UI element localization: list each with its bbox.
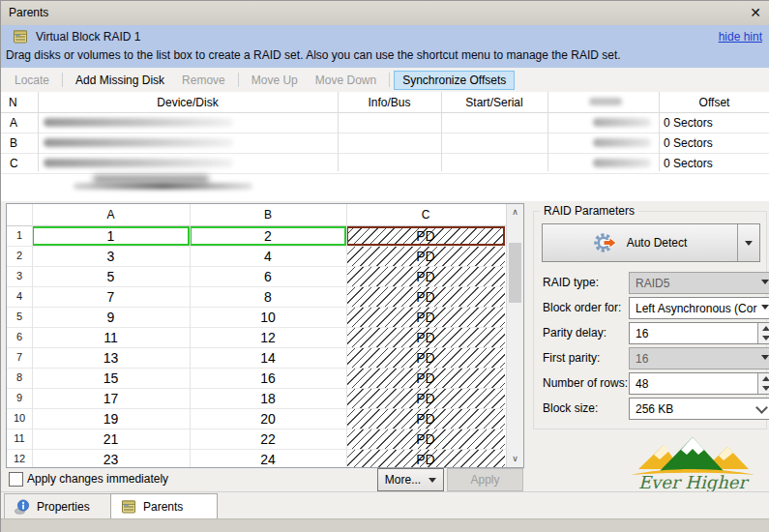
device-row-B[interactable]: B0 Sectors xyxy=(1,133,769,154)
grid-cell[interactable]: 21 xyxy=(32,429,190,449)
grid-cell-value: PD xyxy=(416,330,434,345)
grid-cell[interactable]: PD xyxy=(346,267,505,286)
grid-cell[interactable]: PD xyxy=(346,450,505,468)
grid-row-number: 10 xyxy=(7,412,32,424)
dropdown-arrow-icon[interactable] xyxy=(761,305,769,310)
spin-down-icon[interactable] xyxy=(762,336,769,340)
grid-cell[interactable]: 15 xyxy=(32,369,190,388)
raid-volume-icon xyxy=(13,29,28,44)
grid-cell[interactable]: 12 xyxy=(190,328,346,347)
device-table: N Device/Disk Info/Bus Start/Serial Offs… xyxy=(1,92,769,201)
grid-scrollbar[interactable]: ∧ ∨ xyxy=(506,204,523,467)
grid-row-11: 112122PD xyxy=(7,429,523,450)
spinner-buttons[interactable] xyxy=(757,323,769,343)
grid-cell-value: 9 xyxy=(107,310,115,325)
grid-cell[interactable]: 13 xyxy=(32,348,190,368)
column-divider xyxy=(441,92,442,171)
grid-cell[interactable]: 9 xyxy=(32,308,190,327)
grid-cell-value: 21 xyxy=(104,431,119,447)
spin-down-icon[interactable] xyxy=(762,386,769,391)
scroll-down-icon[interactable]: ∨ xyxy=(507,451,523,467)
grid-cell[interactable]: 5 xyxy=(32,267,190,286)
grid-cell[interactable]: PD xyxy=(346,247,505,266)
grid-cell[interactable]: 22 xyxy=(190,429,346,449)
spinner-buttons[interactable] xyxy=(757,373,769,394)
field-control: 16 xyxy=(629,347,769,369)
grid-cell[interactable]: 6 xyxy=(190,267,346,286)
col-header-device-disk: Device/Disk xyxy=(38,96,338,109)
grid-cell[interactable]: 10 xyxy=(190,308,346,327)
col-header-start-serial: Start/Serial xyxy=(441,96,547,109)
tab-parents[interactable]: Parents xyxy=(110,493,218,520)
grid-divider xyxy=(32,204,33,467)
raid-parameters-group: RAID Parameters Auto Detect RAID type:RA… xyxy=(533,211,767,429)
grid-cell[interactable]: 18 xyxy=(190,389,346,408)
grid-cell[interactable]: PD xyxy=(346,429,505,449)
apply-immediately-label: Apply changes immediately xyxy=(27,472,168,486)
grid-cell[interactable]: 17 xyxy=(32,389,190,408)
grid-cell[interactable]: PD xyxy=(346,308,505,327)
apply-button: Apply xyxy=(447,468,523,491)
toolbar-button-remove: Remove xyxy=(173,71,234,90)
chevron-down-icon xyxy=(429,478,436,483)
grid-cell-value: PD xyxy=(416,370,434,386)
device-table-header: N Device/Disk Info/Bus Start/Serial Offs… xyxy=(1,92,769,113)
grid-cell[interactable]: 11 xyxy=(32,328,190,347)
toolbar-button-add-missing-disk[interactable]: Add Missing Disk xyxy=(67,71,173,90)
grid-cell[interactable]: PD xyxy=(346,328,505,347)
parents-panel: Parents ✕ Virtual Block RAID 1 hide hint… xyxy=(0,0,769,532)
grid-cell[interactable]: 20 xyxy=(190,409,346,429)
field-control[interactable]: 256 KB xyxy=(629,398,769,420)
auto-detect-main[interactable]: Auto Detect xyxy=(543,224,737,261)
field-control[interactable]: 48 xyxy=(629,372,769,395)
field-label: RAID type: xyxy=(543,276,599,289)
grid-cell-value: 11 xyxy=(104,330,118,345)
grid-cell[interactable]: PD xyxy=(346,348,505,368)
grid-cell[interactable]: 4 xyxy=(190,247,346,266)
grid-cell[interactable]: 23 xyxy=(32,450,190,468)
device-row-C[interactable]: C0 Sectors xyxy=(1,154,769,174)
apply-immediately-checkbox[interactable] xyxy=(9,472,23,487)
grid-cell[interactable]: PD xyxy=(346,389,505,408)
grid-cell[interactable]: PD xyxy=(346,369,505,388)
device-row-offset: 0 Sectors xyxy=(664,157,713,170)
toolbar-button-synchronize-offsets[interactable]: Synchronize Offsets xyxy=(394,71,515,90)
grid-col-a: A xyxy=(32,208,190,222)
hide-hint-link[interactable]: hide hint xyxy=(719,30,762,44)
grid-cell[interactable]: 14 xyxy=(190,348,346,368)
auto-detect-dropdown[interactable] xyxy=(737,224,759,261)
toolbar-button-move-up: Move Up xyxy=(243,71,307,90)
spin-up-icon[interactable] xyxy=(762,376,769,381)
scroll-thumb[interactable] xyxy=(509,243,521,303)
chevron-down-icon[interactable] xyxy=(755,401,768,414)
grid-cell[interactable]: 3 xyxy=(32,247,190,266)
auto-detect-gear-icon xyxy=(593,230,618,255)
auto-detect-button[interactable]: Auto Detect xyxy=(542,223,760,262)
grid-cell-value: 24 xyxy=(260,452,276,467)
grid-cell[interactable]: PD xyxy=(346,409,505,429)
grid-cell[interactable]: 8 xyxy=(190,287,346,307)
more-button[interactable]: More... xyxy=(377,468,444,491)
grid-cell[interactable]: PD xyxy=(346,287,505,307)
grid-cell[interactable]: 19 xyxy=(32,409,190,429)
field-control[interactable]: Left Asynchronous (Cor xyxy=(629,297,769,319)
grid-row-number: 9 xyxy=(7,392,32,403)
grid-row-number: 11 xyxy=(7,432,32,444)
field-control[interactable]: 16 xyxy=(629,322,769,344)
grid-cell[interactable]: 7 xyxy=(32,287,190,307)
grid-cell[interactable]: 2 xyxy=(190,226,346,246)
redacted-smudge xyxy=(74,183,252,190)
toolbar-button-move-down: Move Down xyxy=(307,71,385,90)
redacted-size-value xyxy=(593,138,651,147)
grid-cell[interactable]: PD xyxy=(346,226,505,246)
grid-cell[interactable]: 24 xyxy=(190,450,346,468)
spin-up-icon[interactable] xyxy=(762,326,769,331)
close-icon[interactable]: ✕ xyxy=(750,4,761,21)
device-row-A[interactable]: A0 Sectors xyxy=(1,113,769,133)
grid-cell-value: PD xyxy=(416,391,434,406)
panel-title: Parents xyxy=(9,6,48,19)
redacted-size-value xyxy=(593,159,651,167)
grid-cell[interactable]: 16 xyxy=(190,369,346,388)
grid-cell[interactable]: 1 xyxy=(32,226,190,246)
scroll-up-icon[interactable]: ∧ xyxy=(507,204,523,221)
